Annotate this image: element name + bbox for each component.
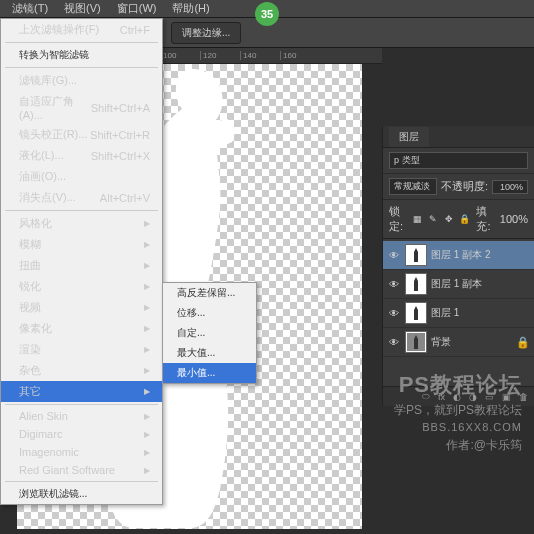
eye-icon[interactable]: 👁	[387, 308, 401, 319]
fill-label: 填充:	[476, 204, 493, 234]
chevron-right-icon: ▶	[144, 324, 150, 333]
chevron-right-icon: ▶	[144, 448, 150, 457]
layer-list: 👁 图层 1 副本 2 👁 图层 1 副本 👁 图层 1 👁 背景 🔒	[383, 239, 534, 359]
menu-imagenomic[interactable]: Imagenomic▶	[1, 443, 162, 461]
chevron-right-icon: ▶	[144, 345, 150, 354]
menu-blur[interactable]: 模糊▶	[1, 234, 162, 255]
chevron-right-icon: ▶	[144, 430, 150, 439]
layers-panel: 图层 p 类型 常规减淡 不透明度: 100% 锁定: ▦ ✎ ✥ 🔒 填充: …	[382, 126, 534, 406]
menu-oil-paint[interactable]: 油画(O)...	[1, 166, 162, 187]
chevron-right-icon: ▶	[144, 412, 150, 421]
menu-view[interactable]: 视图(V)	[56, 0, 109, 18]
submenu-high-pass[interactable]: 高反差保留...	[163, 283, 256, 303]
watermark: PS教程论坛 学PS，就到PS教程论坛 BBS.16XX8.COM 作者:@卡乐…	[394, 370, 522, 454]
menu-video[interactable]: 视频▶	[1, 297, 162, 318]
eye-icon[interactable]: 👁	[387, 250, 401, 261]
tab-layers[interactable]: 图层	[389, 127, 429, 147]
menu-last-filter[interactable]: 上次滤镜操作(F)Ctrl+F	[1, 19, 162, 40]
lock-position-icon[interactable]: ✥	[444, 212, 454, 226]
layer-kind-select[interactable]: p 类型	[389, 152, 528, 169]
lock-paint-icon[interactable]: ✎	[428, 212, 438, 226]
menu-smart-filter[interactable]: 转换为智能滤镜	[1, 45, 162, 65]
menu-lens-correction[interactable]: 镜头校正(R)...Shift+Ctrl+R	[1, 124, 162, 145]
lock-transparency-icon[interactable]: ▦	[412, 212, 422, 226]
layer-name: 图层 1	[431, 306, 530, 320]
menu-distort[interactable]: 扭曲▶	[1, 255, 162, 276]
submenu-offset[interactable]: 位移...	[163, 303, 256, 323]
layer-thumb	[405, 302, 427, 324]
layer-row[interactable]: 👁 图层 1 副本	[383, 270, 534, 299]
menu-sharpen[interactable]: 锐化▶	[1, 276, 162, 297]
menu-noise[interactable]: 杂色▶	[1, 360, 162, 381]
submenu-custom[interactable]: 自定...	[163, 323, 256, 343]
menu-liquify[interactable]: 液化(L)...Shift+Ctrl+X	[1, 145, 162, 166]
menu-help[interactable]: 帮助(H)	[164, 0, 217, 18]
opacity-input[interactable]: 100%	[492, 180, 528, 194]
layer-thumb	[405, 331, 427, 353]
panel-tabs: 图层	[383, 126, 534, 148]
menu-other[interactable]: 其它▶	[1, 381, 162, 402]
chevron-right-icon: ▶	[144, 282, 150, 291]
layer-row[interactable]: 👁 图层 1 副本 2	[383, 241, 534, 270]
chevron-right-icon: ▶	[144, 261, 150, 270]
menu-adaptive-wide[interactable]: 自适应广角(A)...Shift+Ctrl+A	[1, 91, 162, 124]
chevron-right-icon: ▶	[144, 366, 150, 375]
layer-name: 背景	[431, 335, 512, 349]
options-bar: 调整边缘...	[163, 18, 534, 48]
menu-red-giant[interactable]: Red Giant Software▶	[1, 461, 162, 479]
eye-icon[interactable]: 👁	[387, 279, 401, 290]
other-submenu: 高反差保留... 位移... 自定... 最大值... 最小值...	[162, 282, 257, 384]
chevron-right-icon: ▶	[144, 466, 150, 475]
chevron-right-icon: ▶	[144, 387, 150, 396]
chevron-right-icon: ▶	[144, 240, 150, 249]
menu-pixelate[interactable]: 像素化▶	[1, 318, 162, 339]
lock-label: 锁定:	[389, 204, 406, 234]
menu-render[interactable]: 渲染▶	[1, 339, 162, 360]
menu-alien-skin[interactable]: Alien Skin▶	[1, 407, 162, 425]
submenu-minimum[interactable]: 最小值...	[163, 363, 256, 383]
layer-thumb	[405, 244, 427, 266]
lock-icon: 🔒	[516, 336, 530, 349]
blend-mode-select[interactable]: 常规减淡	[389, 178, 437, 195]
layer-row[interactable]: 👁 背景 🔒	[383, 328, 534, 357]
watermark-title: PS教程论坛	[394, 370, 522, 400]
layer-row[interactable]: 👁 图层 1	[383, 299, 534, 328]
eye-icon[interactable]: 👁	[387, 337, 401, 348]
menu-filter[interactable]: 滤镜(T)	[4, 0, 56, 18]
menu-digimarc[interactable]: Digimarc▶	[1, 425, 162, 443]
refine-edge-button[interactable]: 调整边缘...	[171, 22, 241, 44]
layer-thumb	[405, 273, 427, 295]
menu-vanishing-point[interactable]: 消失点(V)...Alt+Ctrl+V	[1, 187, 162, 208]
notification-badge: 35	[255, 2, 279, 26]
menu-window[interactable]: 窗口(W)	[109, 0, 165, 18]
menu-stylize[interactable]: 风格化▶	[1, 213, 162, 234]
layer-name: 图层 1 副本 2	[431, 248, 530, 262]
layer-name: 图层 1 副本	[431, 277, 530, 291]
menu-browse-online[interactable]: 浏览联机滤镜...	[1, 484, 162, 504]
lock-all-icon[interactable]: 🔒	[459, 212, 470, 226]
watermark-author: 作者:@卡乐筠	[394, 437, 522, 454]
chevron-right-icon: ▶	[144, 303, 150, 312]
chevron-right-icon: ▶	[144, 219, 150, 228]
watermark-subtitle: 学PS，就到PS教程论坛	[394, 402, 522, 419]
opacity-label: 不透明度:	[441, 179, 488, 194]
menu-filter-gallery[interactable]: 滤镜库(G)...	[1, 70, 162, 91]
filter-dropdown: 上次滤镜操作(F)Ctrl+F 转换为智能滤镜 滤镜库(G)... 自适应广角(…	[0, 18, 163, 505]
fill-input[interactable]: 100%	[500, 213, 528, 225]
watermark-url: BBS.16XX8.COM	[394, 421, 522, 433]
submenu-maximum[interactable]: 最大值...	[163, 343, 256, 363]
